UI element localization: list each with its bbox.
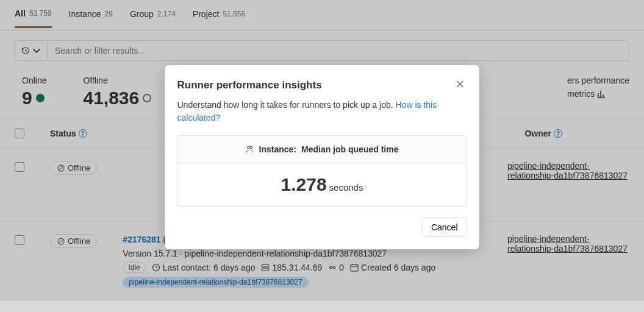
metric-heading: Instance: Median job queued time — [178, 136, 467, 163]
cancel-button[interactable]: Cancel — [422, 218, 467, 237]
modal-title: Runner performance insights — [177, 79, 322, 91]
performance-modal: Runner performance insights Understand h… — [165, 65, 479, 249]
metric-value: 1.278 — [281, 174, 327, 195]
modal-description: Understand how long it takes for runners… — [177, 99, 467, 124]
svg-point-13 — [250, 146, 252, 149]
runners-icon — [246, 145, 254, 154]
metric-unit: seconds — [329, 182, 363, 193]
close-icon — [456, 80, 465, 88]
close-button[interactable] — [454, 77, 467, 93]
metric-card: Instance: Median job queued time 1.278se… — [177, 135, 467, 207]
svg-point-12 — [248, 146, 250, 149]
